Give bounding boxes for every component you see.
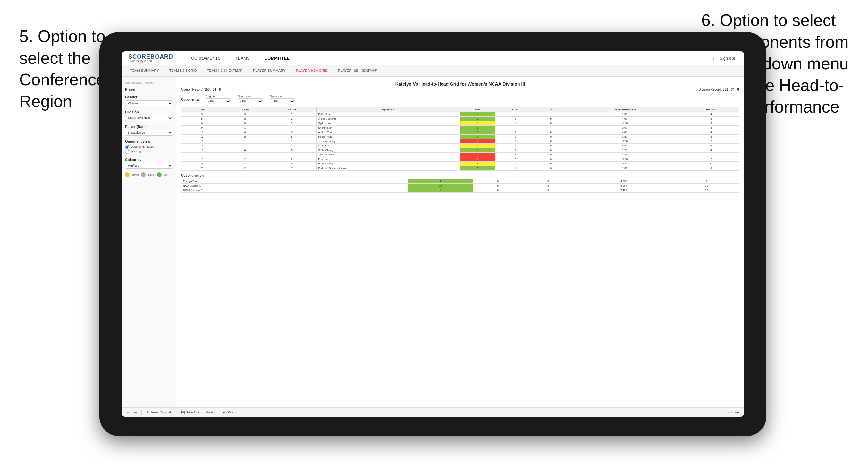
table-row: 20 11 7 Federica Domecq Lacroze 2 1 0 1.…	[182, 166, 739, 170]
subnav-team-h2h-grid[interactable]: TEAM H2H GRID	[167, 67, 199, 74]
ood-cell-rounds: 10	[674, 188, 739, 193]
sidebar-colour-select[interactable]: Win/loss	[125, 163, 173, 168]
cell-reg: 2	[222, 157, 268, 161]
cell-diff: 3.33	[566, 135, 683, 139]
subnav-player-h2h-heatmap[interactable]: PLAYER H2H HEATMAP	[336, 67, 379, 74]
cell-loss: 1	[495, 161, 535, 166]
toolbar-separator-2	[176, 410, 176, 415]
save-icon: 💾	[181, 411, 185, 414]
record-row: Overall Record: 353 - 34 - 6 Division Re…	[181, 88, 739, 91]
cell-opponent: Sydney Kuo	[316, 121, 460, 126]
cell-opponent: Andrea York	[316, 130, 460, 135]
th-opponent: Opponent	[316, 107, 460, 112]
ood-cell-rounds: 2	[674, 179, 739, 184]
nav-pipe: |	[713, 56, 714, 61]
cell-win: 1	[460, 148, 495, 153]
conference-filter-label: Conference	[238, 95, 263, 98]
nav-committee[interactable]: COMMITTEE	[262, 55, 292, 62]
scoreboard-logo: SCOREBOARD Powered by clippd	[128, 54, 173, 62]
ood-cell-win: 15	[408, 184, 473, 188]
table-header: # Div # Reg # Conf Opponent Win Loss Tie…	[182, 107, 739, 112]
cell-rounds: 2	[683, 157, 739, 161]
cell-div: 18	[182, 157, 223, 161]
cell-tie: 0	[535, 117, 566, 121]
legend-down-dot	[125, 173, 129, 177]
sub-navigation: TEAM SUMMARY TEAM H2H GRID TEAM H2H HEAT…	[122, 65, 744, 76]
sidebar-gender-select[interactable]: Women's	[125, 100, 173, 106]
cell-tie: 0	[535, 161, 566, 166]
sign-out-button[interactable]: Sign out	[717, 55, 738, 62]
cell-win: 2	[460, 130, 495, 135]
cell-conf: 3	[268, 153, 316, 157]
subnav-team-h2h-heatmap[interactable]: TEAM H2H HEATMAP	[205, 67, 245, 74]
cell-conf: 6	[268, 161, 316, 166]
toolbar-share[interactable]: ↗ Share	[726, 411, 739, 414]
cell-reg: 3	[222, 153, 268, 157]
last-updated-text: Last Updated: 27/03/2024	[125, 82, 173, 84]
table-row: 6 3 3 Sydney Kuo 1 1 0 -1.00 3	[182, 121, 739, 126]
cell-reg: 3	[222, 121, 268, 126]
cell-loss: 2	[495, 144, 535, 148]
legend-level-dot	[141, 173, 146, 177]
cell-div: 10	[182, 130, 223, 135]
opponent-filter-select[interactable]: (All)	[270, 98, 295, 104]
subnav-player-summary[interactable]: PLAYER SUMMARY	[251, 67, 288, 74]
cell-tie: 0	[535, 121, 566, 126]
cell-win: 2	[460, 144, 495, 148]
sidebar-division-select[interactable]: NCAA Division III	[125, 115, 173, 121]
cell-conf: 1	[268, 139, 316, 144]
toolbar-watch[interactable]: ▶ Watch	[223, 411, 236, 414]
conference-filter-select[interactable]: (All)	[238, 98, 263, 104]
toolbar-undo-icon[interactable]: ↩	[127, 411, 129, 414]
division-record-value: 331 - 34 - 6	[723, 88, 739, 91]
sidebar-radio-group: Opponents Played Top 100	[125, 145, 173, 154]
region-filter-select[interactable]: (All)	[206, 98, 231, 104]
page-title: Katelyn Vo Head-to-Head Grid for Women's…	[181, 82, 739, 87]
table-row: 14 7 4 Eunice Yi 2 2 0 0.38 9	[182, 144, 739, 148]
toolbar-view-original[interactable]: 👁 View: Original	[147, 411, 171, 414]
toolbar-separator-3	[218, 410, 218, 415]
cell-div: 13	[182, 139, 223, 144]
cell-rounds: 9	[683, 144, 739, 148]
th-diff: Diff Av Strokes/Rnd	[566, 107, 683, 112]
cell-conf: 1	[268, 112, 316, 117]
subnav-team-summary[interactable]: TEAM SUMMARY	[128, 67, 161, 74]
cell-reg: 1	[222, 139, 268, 144]
toolbar-redo-icon[interactable]: ↪	[134, 411, 136, 414]
ood-cell-diff: 4.500	[573, 179, 674, 184]
nav-teams[interactable]: TEAMS	[233, 55, 252, 62]
cell-loss	[495, 126, 535, 130]
cell-opponent: Eunice Yi	[316, 144, 460, 148]
cell-loss: 0	[495, 135, 535, 139]
sidebar-colour-section: Colour by Win/loss	[125, 158, 173, 168]
subnav-player-h2h-grid[interactable]: PLAYER H2H GRID	[294, 67, 330, 74]
cell-opponent: Stella Cheng	[316, 148, 460, 153]
cell-tie: 0	[535, 135, 566, 139]
sidebar-opponent-view-section: Opponent view Opponents Played Top 100	[125, 139, 173, 154]
top-navigation: SCOREBOARD Powered by clippd TOURNAMENTS…	[122, 51, 744, 65]
ood-cell-tie: 0	[523, 184, 573, 188]
radio-top100[interactable]: Top 100	[125, 150, 173, 154]
cell-div: 9	[182, 126, 223, 130]
nav-tournaments[interactable]: TOURNAMENTS	[186, 55, 223, 62]
ood-cell-diff: 7.400	[573, 188, 674, 193]
cell-reg: 1	[222, 126, 268, 130]
legend-down-label: Down	[132, 174, 138, 176]
cell-win: 0	[460, 157, 495, 161]
cell-tie: 0	[535, 139, 566, 144]
cell-div: 20	[182, 166, 223, 170]
table-row: 9 1 4 Sharon Mun 1 3.67 3	[182, 126, 739, 130]
ood-cell-tie: 0	[523, 179, 573, 184]
toolbar-save-custom[interactable]: 💾 Save Custom View	[181, 411, 213, 414]
opponents-filter-label: Opponents:	[181, 98, 199, 101]
sidebar-player-rank-select[interactable]: 8. Katelyn Vo	[125, 130, 173, 135]
content-area: Katelyn Vo Head-to-Head Grid for Women's…	[176, 76, 744, 407]
cell-conf: 4	[268, 126, 316, 130]
cell-diff: 1.25	[566, 148, 683, 153]
cell-diff: 0.30	[566, 161, 683, 166]
cell-diff: -0.94	[566, 153, 683, 157]
radio-opponents-played[interactable]: Opponents Played	[125, 145, 173, 149]
ood-table-row: NCAA Division 2 5 0 0 7.400 10	[182, 188, 739, 193]
cell-loss: 1	[495, 121, 535, 126]
cell-tie: 0	[535, 144, 566, 148]
